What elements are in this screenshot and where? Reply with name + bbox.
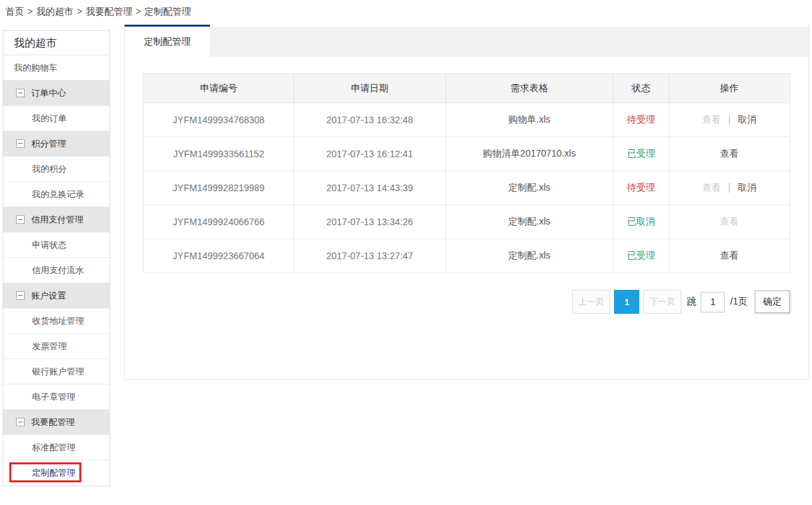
action-view-link[interactable]: 查看	[720, 148, 739, 159]
sidebar-item[interactable]: 我的兑换记录	[3, 182, 109, 207]
sidebar-item[interactable]: 收货地址管理	[3, 308, 109, 334]
sidebar-item[interactable]: 订单中心	[3, 81, 109, 106]
table-row: JYFM14999335611522017-07-13 16:12:41购物清单…	[144, 137, 790, 171]
collapse-minus-icon[interactable]	[16, 418, 25, 426]
cell-application-id: JYFM1499928219989	[144, 171, 294, 205]
action-separator: |	[728, 114, 731, 125]
cell-application-id: JYFM1499934768308	[144, 103, 294, 137]
cell-application-id: JYFM1499923667064	[144, 239, 294, 273]
sidebar-item[interactable]: 信用支付流水	[3, 258, 109, 283]
breadcrumb-item[interactable]: 我的超市	[36, 6, 73, 17]
sidebar-item[interactable]: 积分管理	[3, 131, 109, 157]
breadcrumb: 首页>我的超市>我要配管理>定制配管理	[5, 6, 191, 18]
table-row: JYFM14999347683082017-07-13 16:32:48购物单.…	[144, 103, 790, 137]
sidebar-item-label: 我的兑换记录	[32, 189, 84, 199]
cell-actions: 查看	[669, 137, 790, 171]
cell-status: 已取消	[613, 205, 669, 239]
column-header: 状态	[613, 74, 669, 103]
sidebar-item-label: 申请状态	[32, 240, 67, 250]
action-separator: |	[728, 182, 731, 193]
sidebar-item-label: 定制配管理	[32, 468, 75, 478]
action-view-link[interactable]: 查看	[720, 250, 739, 260]
tab-label: 定制配管理	[144, 36, 191, 47]
sidebar-item[interactable]: 账户设置	[3, 283, 109, 308]
collapse-minus-icon[interactable]	[16, 89, 25, 97]
action-view-link: 查看	[702, 114, 721, 125]
cell-requirement-file: 购物清单20170710.xls	[446, 137, 613, 171]
action-view-link: 查看	[702, 182, 721, 193]
action-cancel-link[interactable]: 取消	[738, 182, 757, 193]
breadcrumb-separator: >	[77, 6, 82, 17]
sidebar-item[interactable]: 我要配管理	[3, 410, 109, 435]
sidebar-item[interactable]: 我的购物车	[3, 55, 109, 81]
breadcrumb-separator: >	[27, 6, 33, 17]
table-row: JYFM14999240667662017-07-13 13:34:26定制配.…	[144, 205, 790, 239]
cell-status: 待受理	[613, 171, 669, 205]
table-body: JYFM14999347683082017-07-13 16:32:48购物单.…	[144, 103, 790, 273]
breadcrumb-separator: >	[135, 6, 141, 17]
sidebar-title: 我的超市	[3, 31, 109, 55]
table-row: JYFM14999282199892017-07-13 14:43:39定制配.…	[144, 171, 790, 205]
table-header: 申请编号申请日期需求表格状态操作	[144, 74, 790, 103]
pagination: 上一页 1 下一页 跳 /1页 确定	[143, 290, 790, 314]
prev-page-button[interactable]: 上一页	[572, 290, 610, 314]
sidebar-item[interactable]: 信用支付管理	[3, 207, 109, 233]
current-page-button[interactable]: 1	[614, 290, 639, 314]
breadcrumb-item[interactable]: 首页	[5, 6, 24, 17]
sidebar-item-label: 信用支付流水	[32, 265, 84, 275]
sidebar-item[interactable]: 银行账户管理	[3, 359, 109, 384]
sidebar-item-label: 电子章管理	[32, 392, 75, 402]
sidebar-item-label: 发票管理	[32, 341, 67, 351]
confirm-button[interactable]: 确定	[755, 290, 790, 313]
jump-label: 跳	[687, 296, 696, 308]
sidebar-item[interactable]: 电子章管理	[3, 384, 109, 410]
sidebar-item-label: 标准配管理	[32, 442, 75, 452]
tab-custom-distribution[interactable]: 定制配管理	[125, 25, 210, 57]
cell-actions: 查看|取消	[669, 103, 790, 137]
sidebar-menu: 我的购物车订单中心我的订单积分管理我的积分我的兑换记录信用支付管理申请状态信用支…	[3, 55, 109, 486]
sidebar-item-label: 信用支付管理	[31, 215, 83, 225]
content-panel: 定制配管理 申请编号申请日期需求表格状态操作 JYFM1499934768308…	[124, 25, 809, 380]
sidebar-item[interactable]: 我的订单	[3, 106, 109, 131]
cell-requirement-file: 定制配.xls	[446, 171, 613, 205]
sidebar-item-label: 我的积分	[32, 164, 67, 174]
sidebar-item-label: 账户设置	[31, 290, 66, 300]
collapse-minus-icon[interactable]	[16, 139, 25, 148]
sidebar-item[interactable]: 标准配管理	[3, 435, 109, 460]
breadcrumb-item[interactable]: 我要配管理	[85, 6, 132, 17]
sidebar-item-active[interactable]: 定制配管理	[3, 460, 109, 486]
cell-application-date: 2017-07-13 13:27:47	[294, 239, 446, 273]
page-jump-input[interactable]	[701, 292, 725, 312]
collapse-minus-icon[interactable]	[16, 291, 25, 300]
cell-requirement-file: 定制配.xls	[446, 239, 613, 273]
cell-application-id: JYFM1499933561152	[144, 137, 294, 171]
tab-content: 申请编号申请日期需求表格状态操作 JYFM14999347683082017-0…	[125, 57, 809, 314]
column-header: 申请日期	[294, 74, 446, 103]
column-header: 需求表格	[446, 74, 613, 103]
sidebar-item-label: 我要配管理	[31, 417, 75, 427]
sidebar: 我的超市 我的购物车订单中心我的订单积分管理我的积分我的兑换记录信用支付管理申请…	[3, 30, 110, 486]
sidebar-item-label: 我的订单	[32, 113, 67, 123]
sidebar-item-label: 积分管理	[31, 139, 66, 149]
collapse-minus-icon[interactable]	[16, 215, 25, 224]
tab-bar-filler	[210, 27, 809, 57]
cell-actions: 查看	[669, 205, 790, 239]
cell-status: 已受理	[613, 137, 669, 171]
breadcrumb-item: 定制配管理	[145, 6, 191, 17]
sidebar-item[interactable]: 我的积分	[3, 157, 109, 182]
sidebar-item[interactable]: 申请状态	[3, 233, 109, 258]
cell-application-date: 2017-07-13 16:32:48	[294, 103, 446, 137]
tab-bar: 定制配管理	[125, 25, 809, 57]
column-header: 操作	[669, 74, 790, 103]
next-page-button[interactable]: 下一页	[643, 290, 681, 314]
cell-status: 已受理	[613, 239, 669, 273]
action-cancel-link[interactable]: 取消	[738, 114, 757, 125]
cell-actions: 查看	[669, 239, 790, 273]
sidebar-item[interactable]: 发票管理	[3, 334, 109, 359]
cell-requirement-file: 定制配.xls	[446, 205, 613, 239]
cell-application-date: 2017-07-13 16:12:41	[294, 137, 446, 171]
column-header: 申请编号	[144, 74, 294, 103]
action-view-link: 查看	[720, 216, 739, 227]
table-row: JYFM14999236670642017-07-13 13:27:47定制配.…	[144, 239, 790, 273]
cell-actions: 查看|取消	[669, 171, 790, 205]
